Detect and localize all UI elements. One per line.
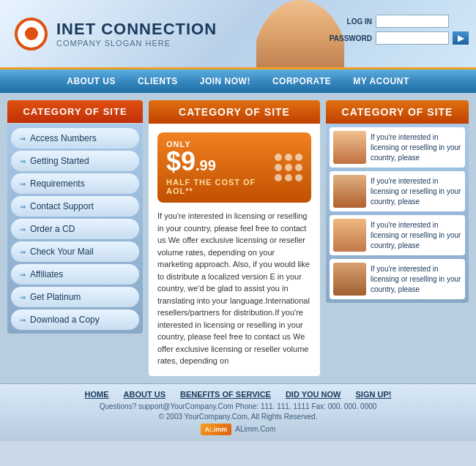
- right-item-text-1: If you're interested in licensing or res…: [371, 132, 461, 163]
- header: INET CONNECTION COMPANY SLOGAN HERE LOG …: [0, 0, 476, 69]
- price-half-label: HALF THE COST OF AOL**: [166, 178, 275, 195]
- right-item-text-4: If you're interested in licensing or res…: [371, 264, 461, 295]
- password-input[interactable]: [376, 31, 449, 45]
- dot: [295, 154, 302, 161]
- dot: [285, 164, 292, 171]
- footer-bottom: ALimm ALimm.Com: [15, 424, 461, 435]
- sidebar-item-get-platinum[interactable]: ⇒ Get Platinum: [11, 287, 139, 307]
- sidebar-item-requirements[interactable]: ⇒ Requirements: [11, 173, 139, 194]
- right-panel: CATEGORY OF SITE If you're interested in…: [326, 100, 469, 376]
- sidebar-item-label: Check Your Mail: [30, 247, 94, 257]
- dot: [275, 154, 282, 161]
- nav-about-us[interactable]: ABOUT US: [67, 76, 116, 86]
- logo-circle-inner: [25, 27, 38, 40]
- password-row: PASSWORD ▶: [328, 31, 469, 45]
- center-body-text: If you're interested in licensing or res…: [157, 210, 311, 367]
- right-item-3: If you're interested in licensing or res…: [330, 215, 465, 255]
- dot: [295, 164, 302, 171]
- arrow-icon: ⇒: [20, 225, 26, 233]
- sidebar: CATEGORY OF SITE ⇒ Access Numbers ⇒ Gett…: [7, 100, 143, 376]
- footer-sign-up[interactable]: SIGN UP!: [356, 390, 392, 399]
- arrow-icon: ⇒: [20, 248, 26, 256]
- dots-decoration: [275, 154, 302, 181]
- sidebar-item-affiliates[interactable]: ⇒ Affiliates: [11, 264, 139, 285]
- nav-corporate[interactable]: CORPORATE: [272, 76, 331, 86]
- sidebar-item-label: Access Numbers: [30, 133, 97, 143]
- site-slogan: COMPANY SLOGAN HERE: [56, 39, 217, 48]
- dot: [295, 174, 302, 181]
- dot: [285, 154, 292, 161]
- site-title: INET CONNECTION: [56, 20, 217, 39]
- avatar-3: [333, 219, 366, 252]
- sidebar-item-label: Affiliates: [30, 269, 63, 279]
- right-item-1: If you're interested in licensing or res…: [330, 127, 465, 168]
- watermark-label: ALimm: [201, 424, 232, 435]
- footer-did-you-know[interactable]: DID YOU NOW: [286, 390, 341, 399]
- watermark: ALimm ALimm.Com: [201, 424, 276, 435]
- arrow-icon: ⇒: [20, 271, 26, 279]
- price-amount: $9.99: [166, 149, 275, 175]
- nav-my-account[interactable]: MY ACOUNT: [353, 76, 409, 86]
- arrow-icon: ⇒: [20, 157, 26, 165]
- footer-copyright: © 2003 YourCompany.Com, All Rights Reser…: [15, 413, 461, 421]
- arrow-icon: ⇒: [20, 203, 26, 211]
- main-content: CATEGORY OF SITE ⇒ Access Numbers ⇒ Gett…: [0, 93, 476, 383]
- login-row: LOG IN: [328, 15, 469, 28]
- sidebar-menu: ⇒ Access Numbers ⇒ Getting Started ⇒ Req…: [7, 124, 143, 334]
- dot: [275, 164, 282, 171]
- avatar-2: [333, 175, 366, 208]
- sidebar-item-label: Requirements: [30, 178, 85, 189]
- login-label: LOG IN: [328, 18, 372, 26]
- nav-join-now[interactable]: JOIN NOW!: [200, 76, 250, 86]
- nav-clients[interactable]: CLIENTS: [138, 76, 178, 86]
- dot-row: [275, 164, 302, 171]
- watermark-domain: ALimm.Com: [235, 425, 275, 433]
- arrow-icon: ⇒: [20, 316, 26, 324]
- login-input[interactable]: [376, 15, 449, 28]
- right-item-4: If you're interested in licensing or res…: [330, 259, 465, 299]
- login-button[interactable]: ▶: [453, 31, 469, 45]
- sidebar-item-getting-started[interactable]: ⇒ Getting Started: [11, 151, 139, 171]
- sidebar-item-order-cd[interactable]: ⇒ Order a CD: [11, 219, 139, 239]
- sidebar-item-label: Contact Support: [30, 201, 94, 211]
- footer-benefits[interactable]: BENEFITS OF SERVICE: [180, 390, 271, 399]
- price-cents: .99: [196, 157, 216, 173]
- price-dollars: $9: [166, 146, 196, 176]
- avatar-1: [333, 131, 366, 164]
- main-nav: ABOUT US CLIENTS JOIN NOW! CORPORATE MY …: [0, 69, 476, 93]
- sidebar-item-label: Getting Started: [30, 156, 89, 166]
- center-panel: CATEGORY OF SITE ONLY $9.99 HALF THE COS…: [149, 100, 320, 376]
- logo-text: INET CONNECTION COMPANY SLOGAN HERE: [56, 20, 217, 48]
- price-text: ONLY $9.99 HALF THE COST OF AOL**: [166, 140, 275, 195]
- footer: HOME ABOUT US BENEFITS OF SERVICE DID YO…: [0, 383, 476, 441]
- login-area: LOG IN PASSWORD ▶: [328, 15, 469, 45]
- arrow-icon: ⇒: [20, 135, 26, 143]
- sidebar-item-contact-support[interactable]: ⇒ Contact Support: [11, 196, 139, 217]
- right-panel-title: CATEGORY OF SITE: [326, 100, 469, 124]
- right-panel-body: If you're interested in licensing or res…: [326, 124, 469, 303]
- dot-row: [275, 174, 302, 181]
- sidebar-item-access-numbers[interactable]: ⇒ Access Numbers: [11, 128, 139, 149]
- sidebar-item-download-copy[interactable]: ⇒ Download a Copy: [11, 309, 139, 330]
- arrow-icon: ⇒: [20, 180, 26, 188]
- right-item-text-3: If you're interested in licensing or res…: [371, 220, 461, 251]
- footer-nav: HOME ABOUT US BENEFITS OF SERVICE DID YO…: [15, 390, 461, 399]
- center-body: ONLY $9.99 HALF THE COST OF AOL**: [149, 124, 320, 376]
- password-label: PASSWORD: [328, 34, 372, 42]
- center-title: CATEGORY OF SITE: [149, 100, 320, 124]
- avatar-4: [333, 263, 366, 296]
- dot: [275, 174, 282, 181]
- price-box: ONLY $9.99 HALF THE COST OF AOL**: [157, 132, 311, 203]
- dot: [285, 174, 292, 181]
- sidebar-item-label: Download a Copy: [30, 315, 100, 325]
- right-item-text-2: If you're interested in licensing or res…: [371, 176, 461, 207]
- arrow-icon: ⇒: [20, 293, 26, 301]
- sidebar-item-label: Get Platinum: [30, 292, 81, 302]
- dot-row: [275, 154, 302, 161]
- logo-icon: [15, 18, 48, 50]
- sidebar-item-check-mail[interactable]: ⇒ Check Your Mail: [11, 241, 139, 262]
- footer-about-us[interactable]: ABOUT US: [124, 390, 166, 399]
- watermark-rest: imm: [214, 426, 228, 433]
- footer-info: Questions? support@YourCompany.Com Phone…: [15, 402, 461, 410]
- footer-home[interactable]: HOME: [85, 390, 109, 399]
